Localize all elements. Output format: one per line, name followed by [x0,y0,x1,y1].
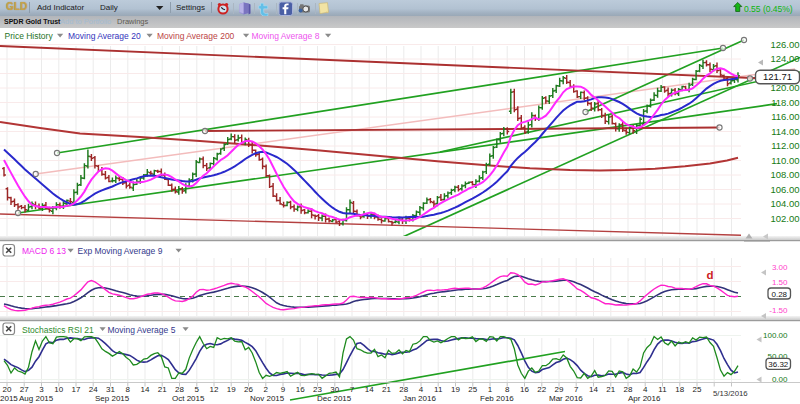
svg-text:Oct 2015: Oct 2015 [172,394,205,403]
svg-text:Dec 2015: Dec 2015 [317,394,352,403]
svg-text:19: 19 [451,385,460,394]
svg-text:5/13/2016: 5/13/2016 [713,389,748,398]
svg-text:28: 28 [624,385,633,394]
svg-text:2: 2 [264,385,269,394]
svg-text:Price History: Price History [5,31,54,41]
svg-text:106.00: 106.00 [770,184,799,195]
svg-text:11: 11 [434,385,443,394]
svg-text:21: 21 [382,385,391,394]
svg-text:11: 11 [658,385,667,394]
svg-text:d: d [707,269,714,281]
svg-text:100.00: 100.00 [763,331,788,340]
svg-text:Mar 2016: Mar 2016 [549,394,583,403]
svg-text:8: 8 [126,385,131,394]
svg-text:3: 3 [39,385,44,394]
svg-text:36.32: 36.32 [768,360,789,369]
svg-text:24: 24 [89,385,98,394]
svg-text:114.00: 114.00 [771,126,799,137]
svg-text:8: 8 [505,385,510,394]
svg-text:12: 12 [210,385,219,394]
svg-text:Jan 2016: Jan 2016 [403,394,436,403]
svg-text:0.00: 0.00 [772,375,788,384]
svg-text:29: 29 [555,385,564,394]
svg-text:7: 7 [350,385,355,394]
svg-text:16: 16 [520,385,529,394]
svg-text:Nov 2015: Nov 2015 [250,394,285,403]
svg-text:126.00: 126.00 [770,39,799,50]
svg-text:9: 9 [281,385,286,394]
svg-text:17: 17 [72,385,81,394]
svg-text:28: 28 [399,385,408,394]
svg-text:4: 4 [419,385,424,394]
svg-text:Moving Average 200: Moving Average 200 [157,31,235,41]
svg-text:30: 30 [330,385,339,394]
svg-text:19: 19 [227,385,236,394]
svg-text:112.00: 112.00 [771,140,799,151]
svg-text:23: 23 [313,385,322,394]
svg-text:Feb 2016: Feb 2016 [480,394,514,403]
svg-text:121.71: 121.71 [763,71,792,82]
svg-text:21: 21 [606,385,615,394]
svg-text:14: 14 [365,385,374,394]
svg-text:0.28: 0.28 [772,290,788,299]
svg-text:10: 10 [54,385,63,394]
svg-text:Stochastics RSI 21: Stochastics RSI 21 [22,325,94,335]
svg-text:16: 16 [296,385,305,394]
svg-text:Aug 2015: Aug 2015 [19,394,54,403]
svg-text:7: 7 [574,385,579,394]
svg-text:28: 28 [175,385,184,394]
svg-text:104.00: 104.00 [770,198,799,209]
svg-text:2015: 2015 [0,394,18,403]
svg-text:0.55 (0.45%): 0.55 (0.45%) [744,4,793,14]
svg-text:-1.50: -1.50 [769,306,788,315]
svg-text:27: 27 [20,385,29,394]
svg-text:Moving Average 5: Moving Average 5 [108,325,176,335]
svg-text:1.50: 1.50 [772,278,788,287]
svg-text:110.00: 110.00 [771,155,799,166]
svg-text:5: 5 [195,385,200,394]
svg-text:18: 18 [675,385,684,394]
svg-text:MACD 6 13: MACD 6 13 [22,246,66,256]
svg-text:Sep 2015: Sep 2015 [95,394,130,403]
svg-text:21: 21 [158,385,167,394]
svg-text:1: 1 [488,385,493,394]
svg-text:25: 25 [468,385,477,394]
svg-text:31: 31 [106,385,115,394]
svg-text:Exp Moving Average 9: Exp Moving Average 9 [78,246,163,256]
svg-text:3.00: 3.00 [772,263,788,272]
svg-text:116.00: 116.00 [771,111,799,122]
svg-text:25: 25 [693,385,702,394]
svg-text:26: 26 [244,385,253,394]
svg-text:124.00: 124.00 [770,53,799,64]
svg-text:118.00: 118.00 [771,97,799,108]
svg-text:14: 14 [589,385,598,394]
svg-text:108.00: 108.00 [770,169,799,180]
svg-text:14: 14 [141,385,150,394]
svg-text:Apr 2016: Apr 2016 [628,394,661,403]
svg-text:Moving Average 8: Moving Average 8 [252,31,320,41]
svg-text:22: 22 [537,385,546,394]
svg-text:20: 20 [3,385,12,394]
svg-text:Moving Average 20: Moving Average 20 [68,31,141,41]
svg-text:4: 4 [643,385,648,394]
svg-text:102.00: 102.00 [770,213,799,224]
